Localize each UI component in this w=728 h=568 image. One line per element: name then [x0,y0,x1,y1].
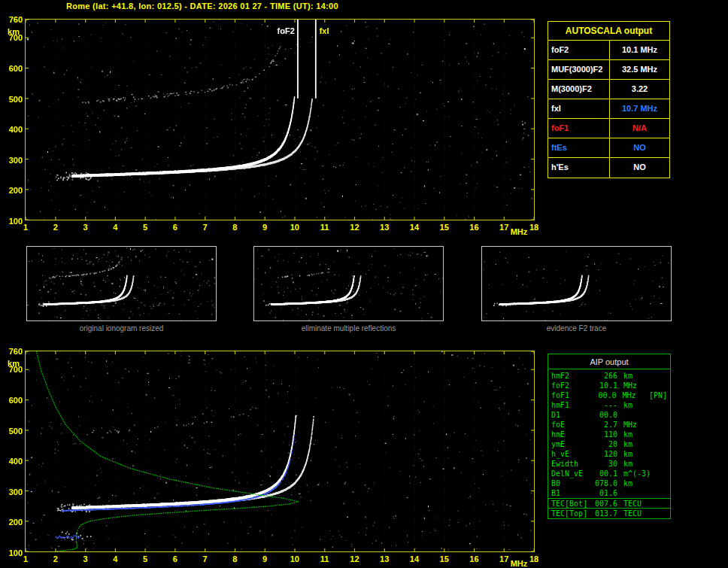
x-tick-label: 15 [437,555,452,563]
aip-row: B1 01.6 [548,488,670,498]
aip-row-label: hmE [551,430,589,439]
aip-row-extra [651,430,667,439]
aip-row: foE 2.7 MHz [548,420,670,430]
y-tick-label: 200 [2,518,23,527]
x-tick-label: 1 [18,223,33,232]
autoscala-row-label: foF2 [548,41,610,59]
aip-row-unit: km [617,371,651,381]
aip-row: Ewidth 30 km [548,459,670,469]
y-tick-label: 500 [2,427,23,436]
x-tick-label: 8 [227,555,242,563]
aip-output-table: AIP output hmF2 266 km foF2 10.1 MHz foF… [548,354,671,519]
table-row: foF1 N/A [548,119,669,138]
x-tick-label: 2 [48,555,63,563]
aip-row-label: ymE [551,439,589,449]
thumbnail-eliminate-reflections [253,246,444,321]
aip-row-value: 00.1 [589,469,617,478]
thumbnail-original-canvas [27,247,216,320]
aip-row-unit: TECU [617,499,651,508]
thumbnail-caption: evidence F2 trace [481,324,672,333]
aip-row-unit: km [617,439,651,449]
aip-row-extra [651,371,667,381]
aip-row-value: 266 [589,371,617,381]
x-tick-label: 15 [437,223,452,232]
aip-row: hmE 110 km [548,430,670,439]
aip-row-unit [617,410,651,420]
aip-row-value: 110 [589,430,617,439]
aip-row-unit: km [617,400,651,410]
aip-row-label: foF1 [551,390,588,400]
table-row: MUF(3000)F2 32.5 MHz [548,60,669,80]
aip-row-value: 00.0 [589,410,617,420]
aip-row: B0 078.0 km [548,478,670,488]
thumbnail-eliminate-canvas [254,247,443,320]
aip-tec-row: TEC[Bot] 007.6 TECU [548,498,670,508]
thumbnail-evidence-f2 [481,246,672,321]
aip-row-unit: km [617,478,651,488]
x-tick-label: 13 [377,555,392,563]
x-tick-label: 10 [287,223,302,232]
y-axis-unit-label: km [2,28,20,36]
aip-row-value: 078.0 [589,478,617,488]
thumbnail-caption: eliminate multiple reflections [253,324,444,333]
aip-tec-row: TEC[Top] 013.7 TECU [548,508,670,518]
y-tick-label: 300 [2,156,23,165]
thumbnail-caption: original ionogram resized [26,324,217,333]
x-tick-label: 9 [257,555,272,563]
x-tick-label: 11 [317,223,332,232]
x-tick-label: 9 [257,223,272,232]
x-tick-label: 11 [317,555,332,563]
aip-row-unit: MHz [617,420,651,430]
aip-row: ymE 20 km [548,439,670,449]
aip-row: DelN_vE 00.1 m^(-3) [548,469,670,478]
autoscala-row-value: 10.1 MHz [610,41,669,59]
aip-row-unit: km [617,449,651,459]
aip-rows: hmF2 266 km foF2 10.1 MHz foF1 00.0 MHz … [548,369,670,518]
aip-row-label: B0 [551,478,589,488]
x-tick-label: 7 [198,555,213,563]
autoscala-row-value: NO [610,138,669,157]
aip-row-label: foE [551,420,589,430]
x-tick-label: 5 [138,223,153,232]
aip-row-extra [651,400,667,410]
x-tick-label: 6 [168,223,183,232]
aip-row-label: D1 [551,410,589,420]
aip-row-extra [651,478,667,488]
aip-row: D1 00.0 [548,410,670,420]
aip-row-value: 01.6 [589,488,617,498]
autoscala-table-title: AUTOSCALA output [548,22,669,41]
x-tick-label: 3 [78,555,93,563]
aip-row-extra [651,439,667,449]
aip-row-unit: MHz [617,381,651,390]
y-tick-label: 600 [2,65,23,73]
y-tick-label: 760 [2,16,23,24]
x-tick-label: 12 [347,223,362,232]
thumbnail-evidence-canvas [482,247,671,320]
aip-row-extra [651,420,667,430]
aip-row-unit: m^(-3) [617,469,651,478]
aip-row-label: foF2 [551,381,589,390]
aip-row: foF1 00.0 MHz [PN] [548,390,670,400]
x-tick-label: 6 [168,555,183,563]
autoscala-output-table: AUTOSCALA output foF2 10.1 MHz MUF(3000)… [548,21,670,178]
aip-row-value: 00.0 [588,390,616,400]
y-tick-label: 200 [2,187,23,195]
autoscala-row-label: h'Es [548,158,610,178]
aip-row-label: TEC[Top] [551,509,589,518]
y-tick-label: 500 [2,96,23,104]
restored-ionogram-canvas [26,351,534,551]
table-row: foF2 10.1 MHz [548,41,669,60]
aip-row-extra [651,469,667,478]
x-tick-label: 10 [287,555,302,563]
autoscala-row-label: ftEs [548,138,610,157]
table-row: fxI 10.7 MHz [548,99,669,119]
aip-row-extra [651,410,667,420]
aip-row-extra [651,449,667,459]
x-tick-label: 3 [78,223,93,232]
aip-row-unit: km [617,430,651,439]
aip-row-label: hmF1 [551,400,589,410]
y-axis-unit-label: km [2,360,20,368]
aip-row-label: B1 [551,488,589,498]
aip-row-extra [651,459,667,469]
aip-row-value: 2.7 [589,420,617,430]
